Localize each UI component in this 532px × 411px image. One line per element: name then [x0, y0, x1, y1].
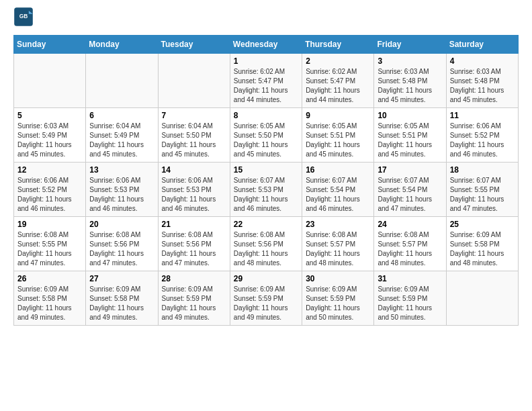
day-number: 21	[162, 220, 226, 229]
calendar-cell: 30Sunrise: 6:09 AMSunset: 5:59 PMDayligh…	[302, 271, 374, 326]
logo-icon: GB	[13, 7, 34, 27]
day-info: Sunrise: 6:07 AMSunset: 5:54 PMDaylight:…	[306, 176, 370, 214]
day-info: Sunrise: 6:05 AMSunset: 5:51 PMDaylight:…	[306, 122, 370, 159]
calendar-cell	[86, 54, 158, 108]
day-number: 10	[378, 111, 442, 120]
calendar-cell: 13Sunrise: 6:06 AMSunset: 5:53 PMDayligh…	[86, 163, 158, 217]
day-number: 13	[89, 165, 154, 175]
calendar-cell	[14, 54, 86, 108]
day-info: Sunrise: 6:03 AMSunset: 5:48 PMDaylight:…	[450, 67, 515, 105]
day-info: Sunrise: 6:05 AMSunset: 5:50 PMDaylight:…	[234, 122, 298, 159]
day-number: 25	[450, 220, 515, 229]
day-info: Sunrise: 6:09 AMSunset: 5:58 PMDaylight:…	[17, 285, 82, 322]
calendar-cell: 7Sunrise: 6:04 AMSunset: 5:50 PMDaylight…	[158, 108, 230, 163]
day-number: 30	[306, 274, 370, 283]
day-number: 19	[17, 220, 82, 229]
day-info: Sunrise: 6:04 AMSunset: 5:50 PMDaylight:…	[162, 122, 226, 159]
day-number: 20	[89, 220, 154, 229]
day-number: 15	[234, 165, 298, 175]
calendar-cell	[446, 271, 518, 326]
calendar-cell: 18Sunrise: 6:07 AMSunset: 5:55 PMDayligh…	[446, 163, 518, 217]
day-number: 9	[306, 111, 370, 120]
day-number: 8	[234, 111, 298, 120]
calendar-cell: 6Sunrise: 6:04 AMSunset: 5:49 PMDaylight…	[86, 108, 158, 163]
svg-text:GB: GB	[19, 13, 28, 19]
calendar-cell: 4Sunrise: 6:03 AMSunset: 5:48 PMDaylight…	[446, 54, 518, 108]
calendar-cell: 19Sunrise: 6:08 AMSunset: 5:55 PMDayligh…	[14, 217, 86, 271]
day-number: 4	[450, 56, 515, 66]
day-info: Sunrise: 6:09 AMSunset: 5:59 PMDaylight:…	[306, 285, 370, 322]
day-number: 3	[378, 56, 442, 66]
day-info: Sunrise: 6:03 AMSunset: 5:49 PMDaylight:…	[17, 122, 82, 159]
calendar-cell: 15Sunrise: 6:07 AMSunset: 5:53 PMDayligh…	[230, 163, 302, 217]
day-number: 14	[162, 165, 226, 175]
day-info: Sunrise: 6:08 AMSunset: 5:56 PMDaylight:…	[234, 230, 298, 268]
day-number: 31	[378, 274, 442, 283]
day-header-tuesday: Tuesday	[158, 36, 230, 54]
calendar-cell: 20Sunrise: 6:08 AMSunset: 5:56 PMDayligh…	[86, 217, 158, 271]
day-info: Sunrise: 6:06 AMSunset: 5:53 PMDaylight:…	[89, 176, 154, 214]
day-number: 16	[306, 165, 370, 175]
day-number: 7	[162, 111, 226, 120]
day-info: Sunrise: 6:05 AMSunset: 5:51 PMDaylight:…	[378, 122, 442, 159]
calendar-cell: 2Sunrise: 6:02 AMSunset: 5:47 PMDaylight…	[302, 54, 374, 108]
day-number: 6	[89, 111, 154, 120]
calendar-cell: 17Sunrise: 6:07 AMSunset: 5:54 PMDayligh…	[374, 163, 446, 217]
day-number: 11	[450, 111, 515, 120]
calendar-cell: 5Sunrise: 6:03 AMSunset: 5:49 PMDaylight…	[14, 108, 86, 163]
calendar-cell: 29Sunrise: 6:09 AMSunset: 5:59 PMDayligh…	[230, 271, 302, 326]
calendar-cell: 16Sunrise: 6:07 AMSunset: 5:54 PMDayligh…	[302, 163, 374, 217]
day-info: Sunrise: 6:03 AMSunset: 5:48 PMDaylight:…	[378, 67, 442, 105]
day-info: Sunrise: 6:07 AMSunset: 5:53 PMDaylight:…	[234, 176, 298, 214]
day-info: Sunrise: 6:02 AMSunset: 5:47 PMDaylight:…	[234, 67, 298, 105]
day-info: Sunrise: 6:09 AMSunset: 5:59 PMDaylight:…	[234, 285, 298, 322]
day-info: Sunrise: 6:08 AMSunset: 5:56 PMDaylight:…	[162, 230, 226, 268]
day-number: 28	[162, 274, 226, 283]
calendar-cell: 1Sunrise: 6:02 AMSunset: 5:47 PMDaylight…	[230, 54, 302, 108]
calendar-cell: 28Sunrise: 6:09 AMSunset: 5:59 PMDayligh…	[158, 271, 230, 326]
calendar-cell: 8Sunrise: 6:05 AMSunset: 5:50 PMDaylight…	[230, 108, 302, 163]
day-info: Sunrise: 6:08 AMSunset: 5:56 PMDaylight:…	[89, 230, 154, 268]
day-number: 17	[378, 165, 442, 175]
day-info: Sunrise: 6:06 AMSunset: 5:52 PMDaylight:…	[17, 176, 82, 214]
day-info: Sunrise: 6:07 AMSunset: 5:55 PMDaylight:…	[450, 176, 515, 214]
day-number: 12	[17, 165, 82, 175]
calendar-cell: 22Sunrise: 6:08 AMSunset: 5:56 PMDayligh…	[230, 217, 302, 271]
calendar-cell: 26Sunrise: 6:09 AMSunset: 5:58 PMDayligh…	[14, 271, 86, 326]
calendar-cell: 25Sunrise: 6:09 AMSunset: 5:58 PMDayligh…	[446, 217, 518, 271]
calendar-cell: 3Sunrise: 6:03 AMSunset: 5:48 PMDaylight…	[374, 54, 446, 108]
calendar-cell: 31Sunrise: 6:09 AMSunset: 5:59 PMDayligh…	[374, 271, 446, 326]
day-number: 22	[234, 220, 298, 229]
day-info: Sunrise: 6:08 AMSunset: 5:57 PMDaylight:…	[306, 230, 370, 268]
logo: GB	[13, 7, 36, 27]
day-header-saturday: Saturday	[446, 36, 518, 54]
day-info: Sunrise: 6:07 AMSunset: 5:54 PMDaylight:…	[378, 176, 442, 214]
day-number: 23	[306, 220, 370, 229]
day-header-monday: Monday	[86, 36, 158, 54]
calendar-cell: 10Sunrise: 6:05 AMSunset: 5:51 PMDayligh…	[374, 108, 446, 163]
day-number: 29	[234, 274, 298, 283]
day-number: 27	[89, 274, 154, 283]
calendar-cell	[158, 54, 230, 108]
calendar-table: SundayMondayTuesdayWednesdayThursdayFrid…	[13, 35, 519, 326]
calendar-cell: 27Sunrise: 6:09 AMSunset: 5:58 PMDayligh…	[86, 271, 158, 326]
day-info: Sunrise: 6:09 AMSunset: 5:59 PMDaylight:…	[378, 285, 442, 322]
day-header-friday: Friday	[374, 36, 446, 54]
day-info: Sunrise: 6:09 AMSunset: 5:59 PMDaylight:…	[162, 285, 226, 322]
day-info: Sunrise: 6:09 AMSunset: 5:58 PMDaylight:…	[89, 285, 154, 322]
day-number: 2	[306, 56, 370, 66]
day-header-thursday: Thursday	[302, 36, 374, 54]
calendar-cell: 9Sunrise: 6:05 AMSunset: 5:51 PMDaylight…	[302, 108, 374, 163]
calendar-cell: 11Sunrise: 6:06 AMSunset: 5:52 PMDayligh…	[446, 108, 518, 163]
day-info: Sunrise: 6:08 AMSunset: 5:55 PMDaylight:…	[17, 230, 82, 268]
calendar-cell: 12Sunrise: 6:06 AMSunset: 5:52 PMDayligh…	[14, 163, 86, 217]
calendar-cell: 23Sunrise: 6:08 AMSunset: 5:57 PMDayligh…	[302, 217, 374, 271]
day-info: Sunrise: 6:06 AMSunset: 5:53 PMDaylight:…	[162, 176, 226, 214]
day-info: Sunrise: 6:02 AMSunset: 5:47 PMDaylight:…	[306, 67, 370, 105]
day-info: Sunrise: 6:06 AMSunset: 5:52 PMDaylight:…	[450, 122, 515, 159]
day-number: 1	[234, 56, 298, 66]
day-info: Sunrise: 6:08 AMSunset: 5:57 PMDaylight:…	[378, 230, 442, 268]
day-number: 18	[450, 165, 515, 175]
day-info: Sunrise: 6:04 AMSunset: 5:49 PMDaylight:…	[89, 122, 154, 159]
day-number: 26	[17, 274, 82, 283]
